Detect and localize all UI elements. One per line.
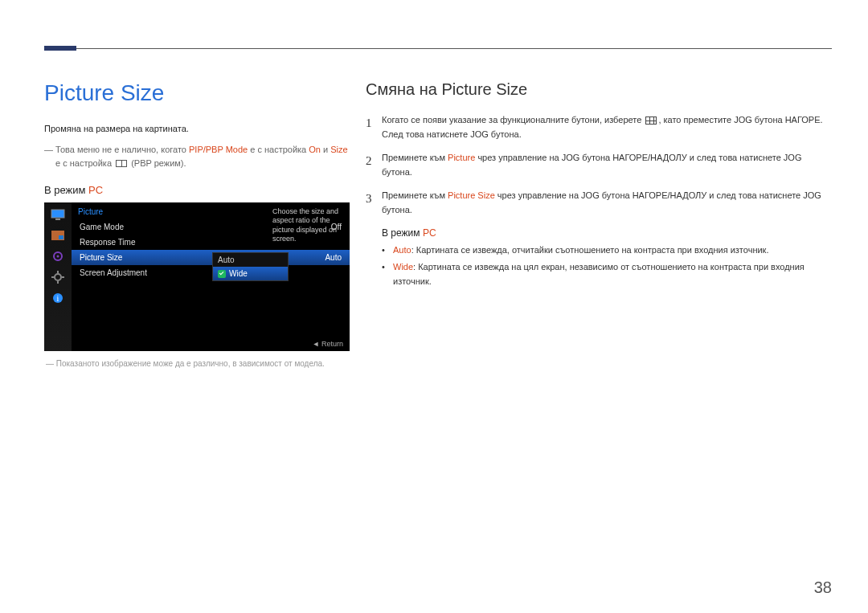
pip-icon — [49, 228, 67, 243]
page-number: 38 — [814, 578, 832, 597]
svg-rect-1 — [55, 219, 60, 220]
step-1: 1 Когато се появи указание за функционал… — [366, 113, 828, 141]
page-title: Picture Size — [44, 80, 350, 106]
target-icon — [49, 249, 67, 264]
mode-heading-left: В режим PC — [44, 184, 350, 196]
step-number: 2 — [366, 151, 382, 179]
section-title: Смяна на Picture Size — [366, 80, 828, 99]
osd-row-screen-adjustment: Screen Adjustment — [72, 265, 350, 280]
osd-return-label: ◄ Return — [313, 340, 343, 348]
step-number: 1 — [366, 113, 382, 141]
step-number: 3 — [366, 189, 382, 217]
pbp-icon — [116, 160, 127, 167]
svg-rect-0 — [51, 210, 64, 218]
list-item: • Auto: Картината се извежда, отчитайки … — [382, 243, 828, 258]
gear-icon — [49, 270, 67, 284]
osd-help-text: Choose the size and aspect ratio of the … — [272, 207, 345, 243]
svg-point-6 — [55, 274, 61, 280]
right-column: Смяна на Picture Size 1 Когато се появи … — [366, 80, 828, 292]
left-column: Picture Size Промяна на размера на карти… — [44, 80, 350, 368]
osd-option-auto: Auto — [213, 253, 288, 267]
info-icon: i — [49, 291, 67, 305]
mode-heading-right: В режим PC — [382, 227, 828, 239]
svg-text:i: i — [57, 294, 59, 303]
osd-disclaimer: ― Показаното изображение може да е разли… — [44, 359, 350, 368]
step-3: 3 Преминете към Picture Size чрез управл… — [366, 189, 828, 217]
description: Промяна на размера на картината. — [44, 124, 350, 133]
svg-point-5 — [57, 255, 59, 258]
list-item: • Wide: Картината се извежда на цял екра… — [382, 260, 828, 288]
availability-note: ― Това меню не е налично, когато PIP/PBP… — [44, 143, 350, 170]
osd-option-wide: Wide — [213, 267, 288, 280]
monitor-icon — [49, 207, 67, 222]
check-icon — [218, 270, 226, 278]
osd-sidebar: i — [44, 202, 72, 351]
osd-main: Picture Game Mode Off Response Time Pict… — [72, 202, 350, 351]
header-accent — [44, 46, 76, 51]
step-2: 2 Преминете към Picture чрез управление … — [366, 151, 828, 179]
osd-submenu: Auto Wide — [212, 252, 289, 281]
osd-screenshot: i Picture Game Mode Off Response Time Pi… — [44, 202, 350, 351]
osd-row-picture-size: Picture Size Auto — [72, 250, 350, 265]
menu-grid-icon — [645, 116, 657, 125]
svg-rect-3 — [59, 235, 63, 239]
options-list: • Auto: Картината се извежда, отчитайки … — [382, 243, 828, 289]
header-rule — [44, 48, 832, 49]
